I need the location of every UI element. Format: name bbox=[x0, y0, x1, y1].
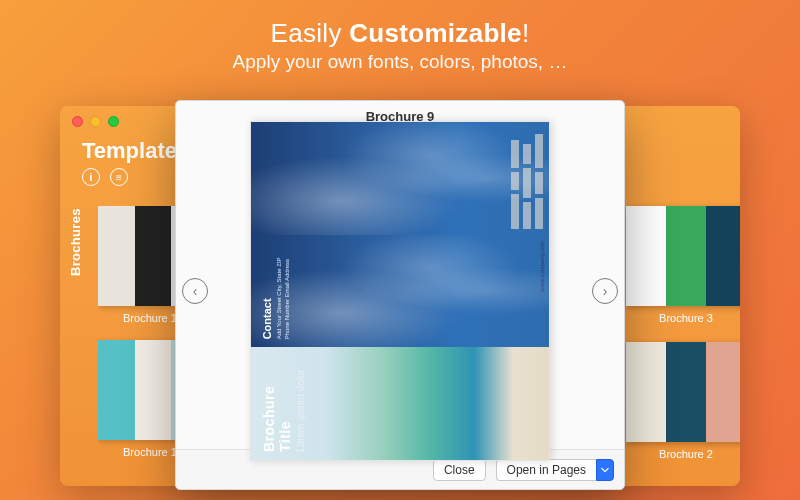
list-button[interactable]: ≡ bbox=[110, 168, 128, 186]
brochure-title: Brochure Title bbox=[251, 347, 293, 460]
chevron-right-icon: › bbox=[603, 283, 608, 299]
info-button[interactable]: i bbox=[82, 168, 100, 186]
template-thumb[interactable]: Brochure 3 bbox=[626, 206, 740, 324]
template-thumb[interactable]: Brochure 2 bbox=[626, 342, 740, 460]
lorem-placeholder bbox=[511, 127, 519, 228]
list-icon: ≡ bbox=[116, 172, 122, 183]
lorem-placeholder bbox=[523, 127, 531, 228]
open-in-pages-splitbutton[interactable]: Open in Pages bbox=[496, 459, 614, 481]
thumb-label: Brochure 2 bbox=[626, 448, 740, 460]
contact-heading: Contact bbox=[251, 234, 273, 347]
window-close-icon[interactable] bbox=[72, 116, 83, 127]
brochure-page: Brochure Title Lorem ipsum dolor Contact… bbox=[250, 121, 550, 461]
brochure-subtitle: Lorem ipsum dolor bbox=[293, 347, 308, 460]
lorem-placeholder bbox=[535, 127, 543, 228]
open-in-pages-dropdown[interactable] bbox=[596, 459, 614, 481]
promo-headline: Easily Customizable! bbox=[0, 0, 800, 49]
preview-area: ‹ › Brochure Title Lorem ipsum dolor Con… bbox=[176, 132, 624, 449]
preview-next-button[interactable]: › bbox=[592, 278, 618, 304]
contact-lines: Add Your Street City, State ZIP Phone Nu… bbox=[273, 234, 294, 347]
company-url: www.company.com bbox=[539, 240, 545, 291]
window-title: Templates bbox=[82, 138, 189, 164]
thumb-label: Brochure 3 bbox=[626, 312, 740, 324]
window-zoom-icon[interactable] bbox=[108, 116, 119, 127]
brochure-fold-body bbox=[251, 121, 549, 234]
chevron-down-icon bbox=[601, 466, 609, 474]
headline-bold: Customizable bbox=[349, 18, 522, 48]
close-button[interactable]: Close bbox=[433, 459, 486, 481]
info-icon: i bbox=[90, 172, 93, 183]
promo-subhead: Apply your own fonts, colors, photos, … bbox=[0, 51, 800, 73]
window-traffic-lights bbox=[72, 116, 119, 127]
headline-post: ! bbox=[522, 18, 530, 48]
chevron-left-icon: ‹ bbox=[193, 283, 198, 299]
brochure-fold-cover: Brochure Title Lorem ipsum dolor bbox=[251, 347, 549, 460]
headline-pre: Easily bbox=[271, 18, 350, 48]
brochure-fold-contact: Contact Add Your Street City, State ZIP … bbox=[251, 234, 549, 347]
template-preview-panel: Brochure 9 ‹ › Brochure Title Lorem ipsu… bbox=[175, 100, 625, 490]
preview-prev-button[interactable]: ‹ bbox=[182, 278, 208, 304]
category-label: Brochures bbox=[68, 208, 83, 276]
open-in-pages-label: Open in Pages bbox=[496, 459, 596, 481]
window-minimize-icon[interactable] bbox=[90, 116, 101, 127]
